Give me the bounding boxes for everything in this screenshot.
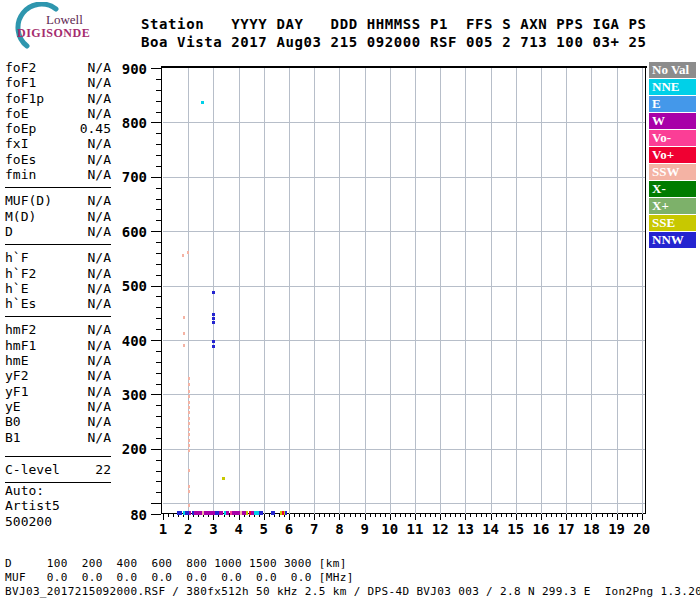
x-tick — [622, 514, 623, 517]
x-tick — [425, 514, 426, 517]
legend-item-sse: SSE — [649, 215, 696, 231]
x-tick — [607, 514, 608, 517]
gridline-h — [163, 503, 645, 504]
y-tick — [151, 449, 161, 450]
x-tick — [375, 514, 376, 517]
x-tick — [566, 514, 567, 520]
y-tick — [156, 199, 161, 200]
x-tick — [551, 514, 552, 517]
legend-item-e: E — [649, 96, 696, 112]
y-tick — [151, 68, 161, 69]
x-tick — [491, 514, 492, 520]
x-tick — [163, 514, 164, 520]
file-info-row: BVJ03_2017215092000.RSF / 380fx512h 50 k… — [5, 585, 700, 598]
y-tick — [156, 307, 161, 308]
echo-band-segment-nne — [254, 511, 259, 515]
gridline-v — [339, 68, 340, 514]
echo-band-segment-w — [204, 511, 215, 515]
legend-item-nnw: NNW — [649, 232, 696, 248]
y-tick — [156, 318, 161, 319]
data-point-ssw — [188, 444, 190, 447]
data-point-ssw — [188, 417, 190, 420]
data-point-ssw — [188, 401, 190, 404]
y-tick-label: 80 — [103, 507, 147, 523]
gridline-v — [314, 68, 315, 514]
y-tick — [151, 231, 161, 232]
gridline-v — [239, 68, 240, 514]
x-tick — [299, 514, 300, 517]
data-point-ssw — [188, 390, 190, 393]
x-tick — [521, 514, 522, 517]
y-tick — [151, 503, 161, 504]
data-point-ssw — [188, 406, 190, 409]
y-tick — [151, 286, 161, 287]
echo-band-segment-w — [219, 511, 223, 515]
x-tick — [440, 514, 441, 520]
x-tick — [481, 514, 482, 517]
data-point-ssw — [188, 469, 190, 472]
data-point-nnw — [212, 317, 215, 320]
legend-item-x+: X+ — [649, 198, 696, 214]
gridline-v — [365, 68, 366, 514]
x-tick — [365, 514, 366, 520]
x-tick-label: 20 — [627, 521, 657, 537]
x-tick — [420, 514, 421, 517]
y-tick — [156, 471, 161, 472]
y-tick — [151, 177, 161, 178]
echo-band-segment-nnw — [215, 511, 219, 515]
gridline-v — [491, 68, 492, 514]
data-point-nnw — [212, 345, 215, 348]
y-tick — [156, 242, 161, 243]
d-distance-row: D 100 200 400 600 800 1000 1500 3000 [km… — [5, 557, 347, 570]
data-point-ssw — [188, 383, 190, 386]
echo-band-segment-w — [232, 511, 240, 515]
legend-item-vo-: Vo- — [649, 130, 696, 146]
x-tick — [541, 514, 542, 520]
echo-band-segment-w — [242, 511, 246, 515]
x-tick — [334, 514, 335, 517]
data-point-ssw — [188, 422, 190, 425]
gridline-v — [642, 68, 643, 514]
x-tick — [445, 514, 446, 517]
x-tick — [289, 514, 290, 520]
y-tick — [156, 264, 161, 265]
x-tick — [561, 514, 562, 517]
plot-frame-top — [161, 66, 647, 68]
data-point-ssw — [183, 344, 185, 347]
y-tick — [156, 438, 161, 439]
x-tick — [632, 514, 633, 517]
data-point-nnw — [212, 313, 215, 316]
y-tick-label: 300 — [103, 387, 147, 403]
gridline-v — [617, 68, 618, 514]
data-point-ssw — [188, 377, 190, 380]
data-point-ssw — [188, 428, 190, 431]
x-tick — [576, 514, 577, 517]
ionogram-plot: 1234567891011121314151617181920900800700… — [0, 0, 700, 600]
data-point-ssw — [188, 433, 190, 436]
x-tick — [511, 514, 512, 517]
y-tick — [156, 416, 161, 417]
y-tick — [156, 133, 161, 134]
x-tick — [506, 514, 507, 517]
x-tick — [168, 514, 169, 517]
gridline-v — [440, 68, 441, 514]
y-tick — [156, 351, 161, 352]
x-tick — [617, 514, 618, 520]
y-tick — [156, 481, 161, 482]
x-tick — [314, 514, 315, 520]
y-tick — [156, 253, 161, 254]
x-tick — [173, 514, 174, 517]
y-tick — [156, 90, 161, 91]
data-point-ssw — [188, 395, 190, 398]
echo-band-segment-nnw — [177, 511, 182, 515]
y-tick-label: 500 — [103, 278, 147, 294]
y-tick — [151, 122, 161, 123]
y-tick — [156, 427, 161, 428]
y-tick — [156, 492, 161, 493]
x-tick — [405, 514, 406, 517]
ionogram-viewer: Lowell DIGISONDE Station YYYY DAY DDD HH… — [0, 0, 700, 600]
x-tick — [400, 514, 401, 517]
gridline-h — [163, 286, 645, 287]
x-tick — [294, 514, 295, 517]
echo-band-segment-nnw — [285, 511, 287, 515]
